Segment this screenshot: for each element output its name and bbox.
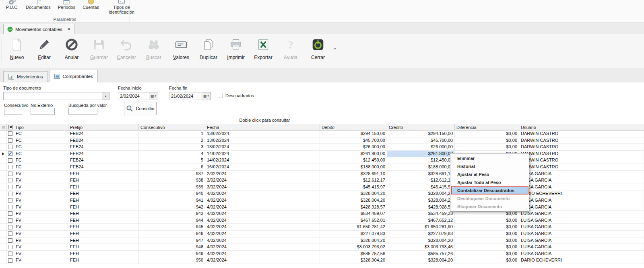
- tipo-documento-select[interactable]: ▼: [3, 92, 109, 100]
- header-credito[interactable]: Crédito: [387, 124, 455, 130]
- consultar-button[interactable]: Consultar: [124, 102, 157, 115]
- toolbar-button-imprimir[interactable]: Imprimir: [222, 34, 250, 60]
- header-prefijo[interactable]: Prefijo: [68, 124, 139, 130]
- toolbar-button-valores[interactable]: Valores: [167, 34, 195, 60]
- cell-credito[interactable]: $12.612,17: [387, 177, 455, 184]
- cell-credito[interactable]: $26.000,00: [387, 144, 455, 150]
- combo-dropdown-icon[interactable]: ▼: [102, 92, 109, 100]
- cell-credito[interactable]: $294.150,00: [387, 131, 455, 137]
- row-checkbox[interactable]: [8, 172, 12, 176]
- fecha-inicio-field[interactable]: 2/02/2024 ▦▼: [118, 92, 158, 100]
- cell-credito[interactable]: $45.415,97: [387, 184, 455, 190]
- descuadrados-checkbox[interactable]: [218, 93, 223, 98]
- cell-credito[interactable]: $467.652,12: [387, 217, 455, 224]
- context-menu-item-historial[interactable]: Historial: [450, 162, 529, 170]
- context-menu-item-contabilizar-descuadrados[interactable]: Contabilizar Descuadrados: [451, 186, 528, 194]
- header-debito[interactable]: Débito: [320, 124, 387, 130]
- table-row[interactable]: FV FEH 942 4/02/2024 $428.928,57 $428.92…: [0, 204, 644, 211]
- cell-credito[interactable]: $328.004,20: [387, 237, 455, 244]
- row-checkbox[interactable]: [8, 131, 12, 136]
- row-checkbox[interactable]: [8, 205, 12, 209]
- table-row[interactable]: FV FEH 938 3/02/2024 $12.612,17 $12.612,…: [0, 177, 644, 184]
- cell-credito[interactable]: $1.650.281,90: [387, 224, 455, 230]
- chevron-down-icon[interactable]: ⌄: [332, 45, 337, 51]
- consecutivo-input[interactable]: [4, 108, 22, 115]
- table-row[interactable]: FV FEH 939 3/02/2024 $45.415,97 $45.415,…: [0, 184, 644, 191]
- table-row[interactable]: FV FEH 949 4/02/2024 $585.757,56 $585.75…: [0, 251, 644, 258]
- row-checkbox[interactable]: [8, 225, 12, 229]
- table-row[interactable]: FV FEH 946 4/02/2024 $227.079,83 $227.07…: [0, 231, 644, 237]
- table-row[interactable]: FV FEH 947 4/02/2024 $328.004,20 $328.00…: [0, 237, 644, 244]
- tab-close-icon[interactable]: ✕: [67, 27, 70, 31]
- table-row[interactable]: FV FEH 950 4/02/2024 $328.004,20 $328.00…: [0, 257, 644, 264]
- table-row[interactable]: FC FEB24 2 13/02/2024 $45.700,00 $45.700…: [0, 137, 644, 144]
- table-row[interactable]: FV FEH 944 4/02/2024 $467.652,01 $467.65…: [0, 217, 644, 224]
- ribbon-button-p-u-c-[interactable]: P.U.C.: [2, 0, 22, 10]
- cell-credito[interactable]: $428.928,57: [387, 204, 455, 211]
- ribbon-button-tipos-de-identificaci-n[interactable]: Tipos de identificación: [103, 0, 140, 14]
- tab-movimientos-contables[interactable]: Movimientos contables ✕: [3, 24, 74, 34]
- table-row[interactable]: FV FEH 943 4/02/2024 $534.459,07 $534.45…: [0, 211, 644, 217]
- row-checkbox[interactable]: [8, 158, 12, 163]
- tab-comprobantes[interactable]: Comprobantes: [49, 70, 98, 82]
- cell-credito[interactable]: $328.004,20: [387, 257, 455, 264]
- header-consecutivo[interactable]: Consecutivo: [139, 124, 205, 130]
- row-checkbox[interactable]: [8, 165, 12, 169]
- table-row[interactable]: FV FEH 940 4/02/2024 $328.004,20 $328.00…: [0, 190, 644, 197]
- row-checkbox[interactable]: [8, 252, 12, 256]
- fecha-fin-field[interactable]: 21/02/2024 ▦▼: [169, 92, 211, 100]
- table-row[interactable]: FV FEH 945 4/02/2024 $1.650.281,42 $1.65…: [0, 224, 644, 231]
- toolbar-button-nuevo[interactable]: Nuevo: [3, 34, 31, 60]
- cell-credito[interactable]: $328.004,20: [387, 197, 455, 204]
- toolbar-button-cerrar[interactable]: Cerrar: [304, 34, 332, 60]
- row-checkbox[interactable]: [8, 231, 12, 236]
- table-row[interactable]: FC FEB24 1 13/02/2024 $294.150,00 $294.1…: [0, 131, 644, 137]
- row-checkbox[interactable]: [8, 192, 12, 196]
- row-checkbox[interactable]: [8, 138, 12, 143]
- cell-credito[interactable]: $585.757,26: [387, 251, 455, 257]
- row-checkbox[interactable]: [8, 185, 12, 189]
- table-row[interactable]: FV FEH 941 4/02/2024 $328.004,20 $328.00…: [0, 197, 644, 204]
- cell-credito[interactable]: $12.450,00: [387, 157, 455, 164]
- table-row[interactable]: FC FEB24 5 14/02/2024 $12.450,00 $12.450…: [0, 157, 644, 164]
- row-checkbox[interactable]: [8, 258, 12, 263]
- row-checkbox[interactable]: [8, 238, 12, 243]
- toolbar-button-anular[interactable]: Anular: [58, 34, 85, 60]
- calendar-dropdown-icon[interactable]: ▦▼: [149, 92, 158, 100]
- no-externo-input[interactable]: [31, 108, 55, 115]
- toolbar-button-duplicar[interactable]: Duplicar: [195, 34, 222, 60]
- table-row[interactable]: FV FEH 937 2/02/2024 $328.691,10 $328.69…: [0, 171, 644, 178]
- row-checkbox[interactable]: [8, 151, 12, 156]
- header-corner[interactable]: [0, 124, 7, 130]
- header-fecha[interactable]: Fecha: [205, 124, 320, 130]
- toolbar-button-exportar[interactable]: Exportar: [250, 34, 277, 60]
- row-checkbox[interactable]: [8, 211, 12, 216]
- header-tipo[interactable]: Tipo: [7, 124, 68, 130]
- ribbon-button-cuentas[interactable]: Cuentas: [79, 0, 103, 10]
- context-menu-item-ajustar-todo-al-peso[interactable]: Ajustar Todo al Peso: [450, 178, 529, 186]
- table-row[interactable]: FC FEB24 3 13/02/2024 $26.000,00 $26.000…: [0, 144, 644, 151]
- tab-movimientos[interactable]: Movimientos: [3, 71, 48, 82]
- table-row[interactable]: FV FEH 948 4/02/2024 $3.003.793,02 $3.00…: [0, 244, 644, 251]
- cell-credito[interactable]: $261.800,00: [387, 151, 455, 157]
- header-diferencia[interactable]: Diferencia: [455, 124, 519, 130]
- busqueda-por-valor-input[interactable]: [68, 108, 97, 115]
- cell-credito[interactable]: $227.079,83: [387, 231, 455, 237]
- header-usuario[interactable]: Usuario: [519, 124, 644, 130]
- row-checkbox[interactable]: [8, 145, 12, 149]
- select-all-checkbox[interactable]: [8, 125, 13, 129]
- context-menu-item-eliminar[interactable]: Eliminar: [450, 154, 529, 162]
- table-row[interactable]: FC FEB24 6 16/02/2024 $188.000,00 $188.0…: [0, 164, 644, 171]
- cell-credito[interactable]: $188.000,00: [387, 164, 455, 170]
- context-menu-item-ajustar-al-peso[interactable]: Ajustar al Peso: [450, 170, 529, 178]
- row-checkbox[interactable]: [8, 245, 12, 249]
- ribbon-button-documentos[interactable]: Documentos: [22, 0, 54, 10]
- row-checkbox[interactable]: [8, 218, 12, 223]
- cell-credito[interactable]: $45.700,00: [387, 137, 455, 144]
- cell-credito[interactable]: $328.691,10: [387, 171, 455, 177]
- calendar-dropdown-icon[interactable]: ▦▼: [202, 92, 211, 100]
- row-checkbox[interactable]: [8, 198, 12, 203]
- cell-credito[interactable]: $534.459,33: [387, 211, 455, 217]
- table-row[interactable]: FC FEB24 4 14/02/2024 $261.800,00 $261.8…: [0, 151, 644, 158]
- row-checkbox[interactable]: [8, 178, 12, 182]
